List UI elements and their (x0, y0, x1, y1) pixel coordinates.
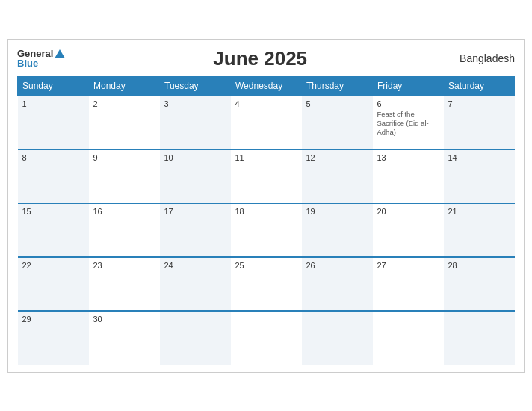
day-cell: 5 (302, 96, 373, 149)
weekday-header-row: SundayMondayTuesdayWednesdayThursdayFrid… (18, 76, 515, 96)
day-cell: 27 (373, 257, 444, 311)
day-number: 2 (93, 99, 155, 108)
day-number: 20 (377, 207, 439, 216)
day-cell: 15 (18, 203, 89, 257)
day-cell: 19 (302, 203, 373, 257)
calendar-title: June 2025 (65, 47, 455, 70)
weekday-header-wednesday: Wednesday (231, 76, 302, 96)
day-cell: 24 (160, 257, 231, 311)
day-number: 4 (235, 99, 297, 108)
logo-blue-text: Blue (17, 58, 65, 68)
day-cell: 22 (18, 257, 89, 311)
day-cell: 9 (89, 149, 160, 203)
day-cell (444, 311, 515, 365)
day-cell: 8 (18, 149, 89, 203)
day-cell: 17 (160, 203, 231, 257)
day-number: 5 (306, 99, 368, 108)
logo-triangle-icon (55, 49, 65, 58)
day-number: 11 (235, 153, 297, 162)
day-number: 7 (448, 99, 510, 108)
day-number: 21 (448, 207, 510, 216)
weekday-header-friday: Friday (373, 76, 444, 96)
day-cell: 4 (231, 96, 302, 149)
day-cell: 11 (231, 149, 302, 203)
day-cell: 29 (18, 311, 89, 365)
day-cell (160, 311, 231, 365)
day-cell: 1 (18, 96, 89, 149)
day-cell: 6Feast of the Sacrifice (Eid al-Adha) (373, 96, 444, 149)
calendar-body: 123456Feast of the Sacrifice (Eid al-Adh… (18, 96, 515, 365)
day-cell: 14 (444, 149, 515, 203)
day-number: 26 (306, 261, 368, 270)
week-row-1: 123456Feast of the Sacrifice (Eid al-Adh… (18, 96, 515, 149)
weekday-header-tuesday: Tuesday (160, 76, 231, 96)
day-cell: 16 (89, 203, 160, 257)
day-cell: 3 (160, 96, 231, 149)
day-number: 10 (164, 153, 226, 162)
country-label: Bangladesh (455, 52, 515, 64)
weekday-header-monday: Monday (89, 76, 160, 96)
day-cell: 28 (444, 257, 515, 311)
day-number: 24 (164, 261, 226, 270)
day-number: 30 (93, 315, 155, 324)
day-number: 13 (377, 153, 439, 162)
day-number: 25 (235, 261, 297, 270)
weekday-header-sunday: Sunday (18, 76, 89, 96)
day-cell: 10 (160, 149, 231, 203)
week-row-3: 15161718192021 (18, 203, 515, 257)
day-number: 23 (93, 261, 155, 270)
day-cell: 2 (89, 96, 160, 149)
week-row-2: 891011121314 (18, 149, 515, 203)
calendar-table: SundayMondayTuesdayWednesdayThursdayFrid… (17, 76, 515, 365)
holiday-label: Feast of the Sacrifice (Eid al-Adha) (377, 110, 439, 137)
day-cell: 12 (302, 149, 373, 203)
weekday-header-saturday: Saturday (444, 76, 515, 96)
day-number: 9 (93, 153, 155, 162)
day-cell: 13 (373, 149, 444, 203)
day-cell: 23 (89, 257, 160, 311)
day-number: 16 (93, 207, 155, 216)
day-number: 3 (164, 99, 226, 108)
day-number: 8 (22, 153, 84, 162)
day-cell: 30 (89, 311, 160, 365)
day-number: 6 (377, 99, 439, 108)
day-cell: 20 (373, 203, 444, 257)
day-number: 27 (377, 261, 439, 270)
day-number: 29 (22, 315, 84, 324)
week-row-5: 2930 (18, 311, 515, 365)
day-cell: 7 (444, 96, 515, 149)
day-number: 12 (306, 153, 368, 162)
day-cell: 26 (302, 257, 373, 311)
day-number: 18 (235, 207, 297, 216)
header: General Blue June 2025 Bangladesh (17, 47, 515, 70)
day-number: 15 (22, 207, 84, 216)
day-cell (302, 311, 373, 365)
day-number: 1 (22, 99, 84, 108)
day-number: 14 (448, 153, 510, 162)
day-cell: 25 (231, 257, 302, 311)
day-cell: 18 (231, 203, 302, 257)
day-number: 22 (22, 261, 84, 270)
day-number: 28 (448, 261, 510, 270)
day-cell (231, 311, 302, 365)
weekday-header-thursday: Thursday (302, 76, 373, 96)
logo: General Blue (17, 49, 65, 68)
day-cell (373, 311, 444, 365)
day-number: 19 (306, 207, 368, 216)
calendar-container: General Blue June 2025 Bangladesh Sunday… (7, 39, 525, 373)
day-cell: 21 (444, 203, 515, 257)
week-row-4: 22232425262728 (18, 257, 515, 311)
calendar-header: SundayMondayTuesdayWednesdayThursdayFrid… (18, 76, 515, 96)
day-number: 17 (164, 207, 226, 216)
